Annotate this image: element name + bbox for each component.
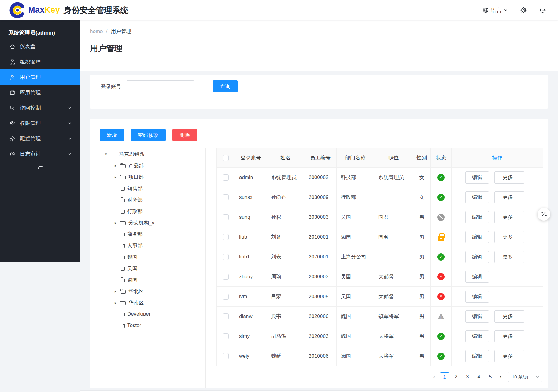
edit-button[interactable]: 编辑 <box>465 191 489 203</box>
tree-node[interactable]: Developer <box>90 308 205 320</box>
sidebar-item-organizations[interactable]: 组织管理 <box>0 54 80 69</box>
tree-node[interactable]: 人事部 <box>90 240 205 251</box>
edit-button[interactable]: 编辑 <box>465 350 489 362</box>
tree-node[interactable]: 吴国 <box>90 263 205 274</box>
row-checkbox[interactable] <box>223 174 229 181</box>
status-inactive-icon <box>437 273 445 280</box>
page-1[interactable]: 1 <box>440 372 449 381</box>
logout-button[interactable] <box>540 7 546 13</box>
page-size-select[interactable]: 10 条/页 <box>508 372 542 382</box>
tree-node[interactable]: ▸ 项目部 <box>90 171 205 183</box>
page-4[interactable]: 4 <box>474 372 483 381</box>
edit-button[interactable]: 编辑 <box>465 310 489 323</box>
row-checkbox[interactable] <box>223 353 229 359</box>
status-warning-icon <box>437 313 445 319</box>
row-checkbox[interactable] <box>223 294 229 300</box>
tree-node-label: Tester <box>127 323 141 329</box>
page-3[interactable]: 3 <box>463 372 472 381</box>
cell-department: 吴国 <box>341 294 351 299</box>
edit-button[interactable]: 编辑 <box>465 231 489 243</box>
table-row: weiy 魏延 2010006 蜀国 大将军 男 编辑 更多 <box>217 346 543 366</box>
edit-button[interactable]: 编辑 <box>465 171 489 184</box>
file-icon <box>121 323 125 328</box>
theme-widget-button[interactable] <box>538 208 550 221</box>
tree-node[interactable]: Tester <box>90 320 205 331</box>
cell-position: 国君 <box>378 214 389 220</box>
row-checkbox[interactable] <box>223 274 229 280</box>
sidebar-item-users[interactable]: 用户管理 <box>0 69 80 85</box>
header-actions: 语言 <box>482 7 558 14</box>
tree-caret-icon[interactable]: ▸ <box>115 163 121 168</box>
more-button[interactable]: 更多 <box>494 191 524 203</box>
language-menu[interactable]: 语言 <box>482 7 507 14</box>
sidebar-item-applications[interactable]: 应用管理 <box>0 85 80 100</box>
sidebar-item-audit-log[interactable]: 日志审计 <box>0 146 80 162</box>
more-button[interactable]: 更多 <box>494 231 524 243</box>
cell-department: 蜀国 <box>341 234 351 240</box>
edit-button[interactable]: 编辑 <box>465 251 489 263</box>
more-button[interactable]: 更多 <box>494 310 524 323</box>
tree-caret-icon[interactable]: ▸ <box>115 175 121 179</box>
delete-button[interactable]: 删除 <box>172 129 197 141</box>
tree-caret-icon[interactable]: ▸ <box>115 221 121 225</box>
cell-name: 刘备 <box>271 234 281 240</box>
tree-node[interactable]: ▸ 产品部 <box>90 160 205 171</box>
collapse-sidebar-button[interactable] <box>0 165 80 171</box>
tree-node[interactable]: 销售部 <box>90 183 205 194</box>
tree-node[interactable]: 魏国 <box>90 251 205 263</box>
tree-node[interactable]: ▸ 华北区 <box>90 286 205 297</box>
row-checkbox[interactable] <box>223 214 229 220</box>
sidebar-item-configuration[interactable]: 配置管理 <box>0 131 80 146</box>
row-checkbox[interactable] <box>223 234 229 240</box>
tree-node[interactable]: 蜀国 <box>90 274 205 286</box>
tree-node[interactable]: ▸ 分支机构_v <box>90 217 205 228</box>
more-button[interactable]: 更多 <box>494 251 524 263</box>
settings-button[interactable] <box>520 7 527 14</box>
sidebar-item-access-control[interactable]: 访问控制 <box>0 100 80 116</box>
tree-node-label: 蜀国 <box>127 276 137 283</box>
tree-node-label: 项目部 <box>128 174 144 181</box>
tree-node[interactable]: 商务部 <box>90 228 205 240</box>
row-checkbox[interactable] <box>223 333 229 339</box>
row-checkbox[interactable] <box>223 313 229 319</box>
tree-node[interactable]: ▾ 马克思钥匙 <box>90 148 205 160</box>
sidebar-item-label: 组织管理 <box>20 58 41 65</box>
folder-open-icon <box>111 153 116 156</box>
more-button[interactable]: 更多 <box>494 350 524 362</box>
next-page-button[interactable]: › <box>498 372 503 381</box>
edit-button[interactable]: 编辑 <box>465 330 489 342</box>
select-all-checkbox[interactable] <box>223 155 229 161</box>
globe-icon <box>482 7 489 13</box>
prev-page-button[interactable]: ‹ <box>432 372 437 381</box>
more-button[interactable]: 更多 <box>494 171 524 184</box>
tree-caret-icon[interactable]: ▸ <box>115 289 121 294</box>
tree-node[interactable]: ▸ 华南区 <box>90 297 205 308</box>
cell-account: zhouy <box>239 274 253 279</box>
sidebar-item-permissions[interactable]: 权限管理 <box>0 116 80 131</box>
folder-icon <box>121 176 126 179</box>
cell-gender: 男 <box>419 353 424 359</box>
table-row: sunsx 孙尚香 2030009 行政部 女 编辑 更多 <box>217 187 543 207</box>
account-input[interactable] <box>127 80 194 92</box>
edit-button[interactable]: 编辑 <box>465 211 489 223</box>
row-checkbox[interactable] <box>223 194 229 200</box>
breadcrumb-home[interactable]: home <box>90 29 103 35</box>
cell-account: sunsx <box>239 194 252 200</box>
more-button[interactable]: 更多 <box>494 211 524 223</box>
tree-caret-icon[interactable]: ▸ <box>115 301 121 305</box>
add-button[interactable]: 新增 <box>100 129 124 141</box>
chevron-down-icon <box>504 8 507 12</box>
page-2[interactable]: 2 <box>452 372 461 381</box>
more-button[interactable]: 更多 <box>494 330 524 342</box>
cell-employee-id: 2020006 <box>309 313 328 319</box>
sidebar-item-dashboard[interactable]: 仪表盘 <box>0 39 80 54</box>
tree-caret-icon[interactable]: ▾ <box>105 152 111 156</box>
edit-button[interactable]: 编辑 <box>465 291 489 303</box>
edit-button[interactable]: 编辑 <box>465 271 489 283</box>
tree-node[interactable]: 财务部 <box>90 194 205 205</box>
tree-node[interactable]: 行政部 <box>90 205 205 217</box>
change-password-button[interactable]: 密码修改 <box>131 129 166 141</box>
query-button[interactable]: 查询 <box>213 80 238 92</box>
row-checkbox[interactable] <box>223 254 229 260</box>
page-5[interactable]: 5 <box>486 372 495 381</box>
